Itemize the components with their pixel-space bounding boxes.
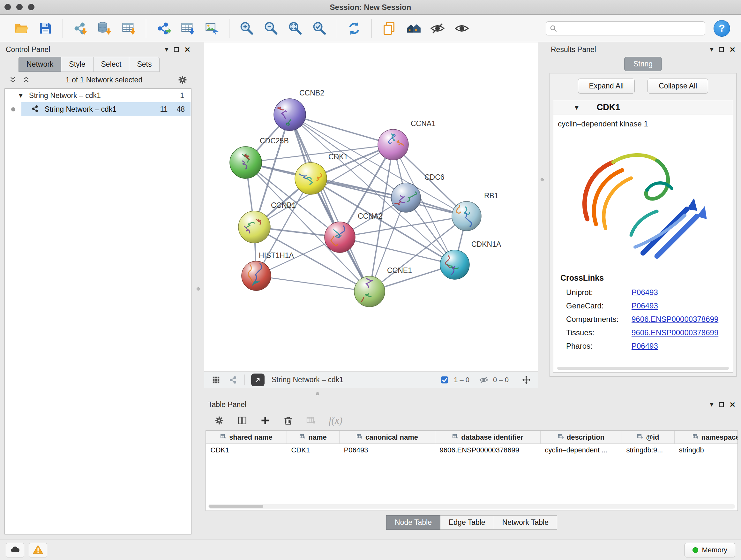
table-row[interactable]: CDK1 CDK1 P06493 9606.ENSP00000378699 cy… <box>206 444 738 456</box>
float-panel-icon[interactable] <box>174 47 179 52</box>
collapse-all-button[interactable]: Collapse All <box>648 78 708 94</box>
crosslink-row: Uniprot: P06493 <box>553 286 733 299</box>
tab-network[interactable]: Network <box>18 57 61 72</box>
genecard-link[interactable]: P06493 <box>631 301 661 310</box>
network-edge[interactable] <box>290 115 369 292</box>
network-collection-row[interactable]: ▼ String Network – cdk1 1 <box>5 89 191 102</box>
new-table-button[interactable] <box>178 18 198 39</box>
column-header[interactable]: name <box>287 431 340 444</box>
tissues-link[interactable]: 9606.ENSP00000378699 <box>631 328 722 337</box>
show-columns-icon[interactable] <box>237 415 248 426</box>
tab-select[interactable]: Select <box>93 57 130 72</box>
network-options-gear-icon[interactable] <box>176 73 189 86</box>
grid-view-icon[interactable] <box>211 375 221 385</box>
new-network-button[interactable] <box>153 18 174 39</box>
network-node[interactable] <box>354 276 385 307</box>
pharos-link[interactable]: P06493 <box>631 341 661 351</box>
network-row[interactable]: String Network – cdk1 11 48 <box>5 102 191 116</box>
network-node[interactable] <box>239 211 270 243</box>
open-in-window-button[interactable] <box>251 374 265 386</box>
column-header[interactable]: database identifier <box>435 431 541 444</box>
collapse-all-networks-icon[interactable] <box>7 74 18 85</box>
network-node[interactable] <box>391 183 421 212</box>
warnings-button[interactable] <box>29 543 47 557</box>
zoom-in-button[interactable] <box>237 18 257 39</box>
hidden-items-eye-icon[interactable] <box>479 375 488 385</box>
panel-menu-icon[interactable]: ▾ <box>710 400 713 409</box>
table-cell[interactable]: stringdb <box>675 444 738 456</box>
bottom-splitter-handle[interactable] <box>316 392 319 395</box>
close-panel-icon[interactable]: × <box>185 46 190 53</box>
expand-all-networks-icon[interactable] <box>20 74 32 85</box>
refresh-button[interactable] <box>344 18 364 39</box>
panel-menu-icon[interactable]: ▾ <box>165 45 168 54</box>
float-panel-icon[interactable] <box>719 47 724 52</box>
memory-button[interactable]: Memory <box>684 543 735 557</box>
network-edge[interactable] <box>311 179 467 216</box>
column-header[interactable]: shared name <box>206 431 287 444</box>
network-row-selected[interactable]: String Network – cdk1 11 48 <box>21 102 191 116</box>
column-header[interactable]: description <box>541 431 622 444</box>
zoom-fit-button[interactable] <box>285 18 306 39</box>
right-splitter-handle[interactable] <box>541 178 544 181</box>
crosslinks-heading: CrossLinks <box>553 267 733 286</box>
column-header[interactable]: @id <box>622 431 675 444</box>
import-network-file-button[interactable] <box>70 18 90 39</box>
network-canvas[interactable]: CCNB2CCNA1CDC25BCDK1CDC6RB1CCNB1CCNA2CDK… <box>204 43 538 371</box>
table-cell[interactable]: 9606.ENSP00000378699 <box>435 444 541 456</box>
network-node[interactable] <box>440 250 469 279</box>
network-node[interactable] <box>274 99 306 131</box>
function-builder-icon[interactable]: f(x) <box>329 415 342 426</box>
results-scrollbar[interactable] <box>557 367 729 370</box>
float-panel-icon[interactable] <box>719 402 724 407</box>
tab-string[interactable]: String <box>624 57 662 71</box>
left-splitter-handle[interactable] <box>197 287 200 291</box>
show-all-button[interactable] <box>452 18 472 39</box>
hide-selected-button[interactable] <box>427 18 448 39</box>
tab-network-table[interactable]: Network Table <box>494 515 557 530</box>
network-node[interactable] <box>378 129 408 160</box>
network-overview-icon[interactable] <box>228 375 238 385</box>
search-input[interactable] <box>546 21 705 36</box>
home-button[interactable] <box>403 18 423 39</box>
save-session-button[interactable] <box>35 18 56 39</box>
cloud-button[interactable] <box>6 543 24 557</box>
table-cell[interactable]: CDK1 <box>287 444 340 456</box>
collection-expand-icon[interactable]: ▼ <box>17 92 24 99</box>
zoom-out-button[interactable] <box>261 18 281 39</box>
table-cell[interactable]: cyclin–dependent ... <box>541 444 622 456</box>
table-cell[interactable]: P06493 <box>340 444 435 456</box>
uniprot-link[interactable]: P06493 <box>631 288 661 297</box>
import-table-file-button[interactable] <box>118 18 139 39</box>
tab-edge-table[interactable]: Edge Table <box>441 515 494 530</box>
tab-style[interactable]: Style <box>61 57 93 72</box>
table-cell[interactable]: CDK1 <box>206 444 287 456</box>
close-panel-icon[interactable]: × <box>730 46 735 53</box>
gene-entry-header[interactable]: ▼ CDK1 <box>553 100 733 115</box>
network-node[interactable] <box>230 146 262 179</box>
scrollbar-thumb[interactable] <box>209 505 263 508</box>
import-network-database-button[interactable] <box>94 18 115 39</box>
selected-items-checkbox-icon[interactable] <box>440 375 449 385</box>
table-cell[interactable]: stringdb:9... <box>622 444 675 456</box>
network-graph[interactable]: CCNB2CCNA1CDC25BCDK1CDC6RB1CCNB1CCNA2CDK… <box>204 43 538 371</box>
open-session-button[interactable] <box>11 18 31 39</box>
close-panel-icon[interactable]: × <box>730 401 735 408</box>
add-column-icon[interactable] <box>260 415 271 426</box>
table-settings-gear-icon[interactable] <box>214 415 225 426</box>
fit-content-move-icon[interactable] <box>522 375 531 385</box>
compartments-link[interactable]: 9606.ENSP00000378699 <box>631 315 722 324</box>
tab-sets[interactable]: Sets <box>129 57 159 72</box>
tab-node-table[interactable]: Node Table <box>386 515 441 530</box>
expand-all-button[interactable]: Expand All <box>578 78 635 94</box>
delete-column-icon[interactable] <box>283 415 293 426</box>
column-header[interactable]: canonical name <box>340 431 435 444</box>
network-image-button[interactable] <box>202 18 222 39</box>
zoom-selected-button[interactable] <box>309 18 330 39</box>
panel-menu-icon[interactable]: ▾ <box>710 45 713 54</box>
copy-button[interactable] <box>379 18 399 39</box>
entry-collapse-icon[interactable]: ▼ <box>573 104 580 112</box>
help-button[interactable]: ? <box>714 20 730 37</box>
network-edge[interactable] <box>256 276 369 292</box>
column-header[interactable]: namespace <box>675 431 738 444</box>
